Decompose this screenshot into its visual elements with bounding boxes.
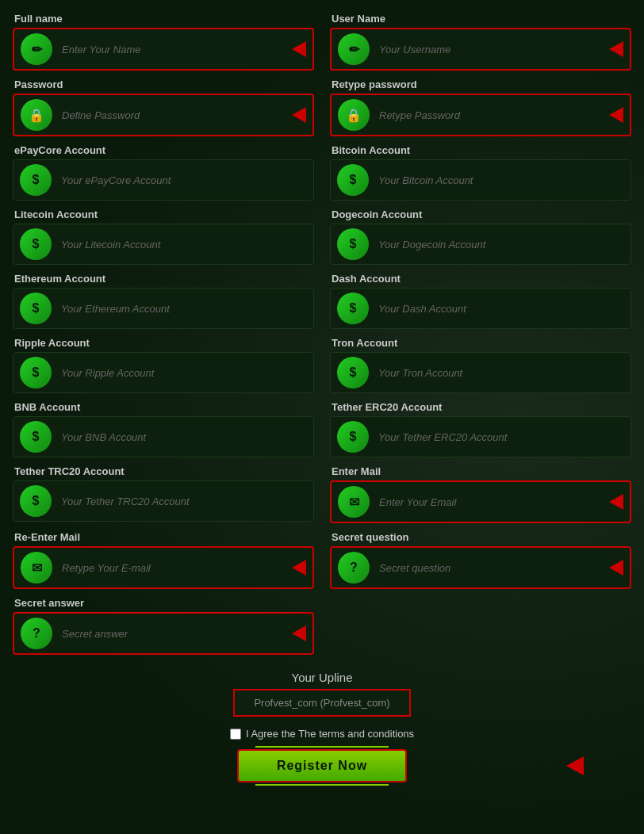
retype-password-input[interactable] — [376, 101, 630, 129]
terms-text: I Agree the The terms and conditions — [246, 728, 414, 740]
tether-trc20-wrapper: $ — [13, 480, 314, 522]
tron-group: Tron Account $ — [330, 337, 631, 393]
enter-mail-group: Enter Mail ✉ — [330, 465, 631, 523]
secret-answer-input[interactable] — [59, 620, 312, 648]
ethereum-wrapper: $ — [13, 288, 314, 329]
secret-question-group: Secret question ? — [330, 531, 631, 589]
litecoin-wrapper: $ — [13, 224, 314, 265]
re-enter-mail-label: Re-Enter Mail — [13, 531, 314, 543]
answer-icon: ? — [21, 618, 52, 649]
username-group: User Name ✏ — [330, 13, 631, 71]
dogecoin-group: Dogecoin Account $ — [330, 208, 631, 265]
register-arrow — [566, 756, 584, 775]
ripple-input[interactable] — [58, 359, 313, 387]
username-label: User Name — [330, 13, 631, 25]
epaycore-wrapper: $ — [13, 159, 314, 201]
mail-icon-2: ✉ — [21, 552, 52, 583]
dash-group: Dash Account $ — [330, 273, 631, 329]
register-button-wrapper: Register Now — [13, 749, 631, 782]
arrow-indicator-8 — [292, 626, 306, 641]
bitcoin-input[interactable] — [375, 166, 631, 194]
dash-icon: $ — [337, 293, 369, 324]
terms-row: I Agree the The terms and conditions — [13, 728, 631, 740]
re-enter-mail-group: Re-Enter Mail ✉ — [13, 531, 314, 589]
bnb-icon: $ — [20, 421, 52, 453]
ripple-wrapper: $ — [13, 352, 314, 393]
bnb-input[interactable] — [58, 423, 313, 451]
epaycore-label: ePayCore Account — [13, 144, 314, 156]
fullname-wrapper: ✏ — [13, 28, 314, 71]
dogecoin-icon: $ — [337, 228, 369, 260]
bitcoin-icon: $ — [337, 164, 369, 196]
fullname-group: Full name ✏ — [13, 13, 314, 71]
mail-icon: ✉ — [338, 486, 370, 518]
secret-question-label: Secret question — [330, 531, 631, 543]
dogecoin-wrapper: $ — [330, 224, 631, 265]
bottom-section: Your Upline Profvest_com (Profvest_com) … — [13, 671, 631, 782]
lock-icon: 🔒 — [21, 99, 52, 131]
bnb-label: BNB Account — [13, 401, 314, 413]
secret-answer-label: Secret answer — [13, 597, 314, 609]
coin-icon: $ — [20, 164, 52, 196]
epaycore-input[interactable] — [58, 166, 313, 194]
tron-label: Tron Account — [330, 337, 631, 349]
password-wrapper: 🔒 — [13, 94, 314, 136]
bitcoin-wrapper: $ — [330, 159, 631, 201]
dash-wrapper: $ — [330, 288, 631, 329]
tron-icon: $ — [337, 357, 369, 388]
dogecoin-input[interactable] — [375, 231, 631, 258]
tether-trc20-input[interactable] — [58, 488, 313, 515]
edit-icon-2: ✏ — [338, 33, 370, 65]
bitcoin-label: Bitcoin Account — [330, 144, 631, 156]
password-group: Password 🔒 — [13, 78, 314, 136]
ethereum-icon: $ — [20, 293, 52, 324]
upline-section: Your Upline Profvest_com (Profvest_com) — [13, 671, 631, 717]
tether-erc20-input[interactable] — [375, 423, 631, 451]
litecoin-group: Litecoin Account $ — [13, 208, 314, 265]
secret-answer-group: Secret answer ? — [13, 597, 314, 655]
tether-trc20-icon: $ — [20, 485, 52, 517]
retype-password-label: Retype password — [330, 78, 631, 90]
enter-mail-wrapper: ✉ — [330, 480, 631, 523]
litecoin-label: Litecoin Account — [13, 208, 314, 220]
arrow-indicator-2 — [609, 41, 623, 57]
upline-value: Profvest_com (Profvest_com) — [233, 689, 410, 717]
ethereum-label: Ethereum Account — [13, 273, 314, 285]
arrow-indicator-3 — [292, 107, 306, 123]
arrow-indicator — [292, 41, 306, 57]
tether-trc20-group: Tether TRC20 Account $ — [13, 465, 314, 523]
tron-wrapper: $ — [330, 352, 631, 393]
tether-erc20-group: Tether ERC20 Account $ — [330, 401, 631, 457]
re-enter-mail-input[interactable] — [59, 554, 312, 582]
litecoin-input[interactable] — [58, 231, 313, 258]
tether-erc20-icon: $ — [337, 421, 369, 453]
ripple-group: Ripple Account $ — [13, 337, 314, 393]
username-input[interactable] — [376, 36, 630, 63]
bnb-wrapper: $ — [13, 416, 314, 457]
enter-mail-input[interactable] — [376, 488, 630, 516]
fullname-input[interactable] — [59, 36, 312, 63]
edit-icon: ✏ — [21, 33, 52, 65]
question-icon: ? — [338, 552, 370, 583]
terms-checkbox[interactable] — [230, 729, 241, 740]
re-enter-mail-wrapper: ✉ — [13, 546, 314, 589]
tether-trc20-label: Tether TRC20 Account — [13, 465, 314, 477]
dogecoin-label: Dogecoin Account — [330, 208, 631, 220]
dash-input[interactable] — [375, 295, 631, 323]
secret-question-input[interactable] — [376, 554, 630, 582]
litecoin-icon: $ — [20, 228, 52, 260]
bnb-group: BNB Account $ — [13, 401, 314, 457]
ripple-label: Ripple Account — [13, 337, 314, 349]
arrow-indicator-5 — [609, 494, 623, 510]
register-button[interactable]: Register Now — [237, 749, 407, 782]
bitcoin-group: Bitcoin Account $ — [330, 144, 631, 201]
enter-mail-label: Enter Mail — [330, 465, 631, 477]
arrow-indicator-7 — [609, 560, 623, 576]
retype-password-group: Retype password 🔒 — [330, 78, 631, 136]
tron-input[interactable] — [375, 359, 631, 387]
arrow-indicator-6 — [292, 560, 306, 576]
epaycore-group: ePayCore Account $ — [13, 144, 314, 201]
ethereum-input[interactable] — [58, 295, 313, 323]
password-input[interactable] — [59, 101, 312, 129]
username-wrapper: ✏ — [330, 28, 631, 71]
